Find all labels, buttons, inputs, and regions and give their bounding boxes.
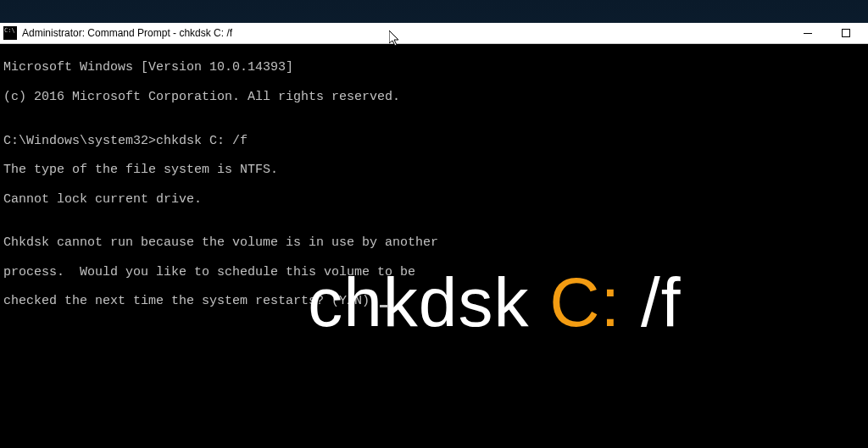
cmd-window: Administrator: Command Prompt - chkdsk C… — [0, 23, 868, 448]
terminal-line: C:\Windows\system32>chkdsk C: /f — [3, 134, 865, 148]
maximize-icon — [842, 29, 850, 37]
minimize-button[interactable] — [788, 23, 826, 44]
terminal-line: The type of the file system is NTFS. — [3, 163, 865, 177]
terminal-line: (c) 2016 Microsoft Corporation. All righ… — [3, 90, 865, 104]
terminal-line: Chkdsk cannot run because the volume is … — [3, 235, 865, 250]
window-title: Administrator: Command Prompt - chkdsk C… — [22, 27, 788, 39]
window-controls — [788, 23, 865, 44]
title-bar[interactable]: Administrator: Command Prompt - chkdsk C… — [0, 23, 868, 44]
terminal-line: Microsoft Windows [Version 10.0.14393] — [3, 60, 865, 75]
text-cursor — [380, 305, 387, 307]
cmd-icon — [3, 26, 17, 40]
terminal-output[interactable]: Microsoft Windows [Version 10.0.14393] (… — [0, 44, 868, 448]
terminal-prompt-line: checked the next time the system restart… — [3, 294, 865, 308]
maximize-button[interactable] — [826, 23, 865, 44]
terminal-line: Cannot lock current drive. — [3, 192, 865, 207]
terminal-prompt-text: checked the next time the system restart… — [3, 294, 377, 308]
minimize-icon — [804, 33, 812, 34]
terminal-line: process. Would you like to schedule this… — [3, 265, 865, 279]
